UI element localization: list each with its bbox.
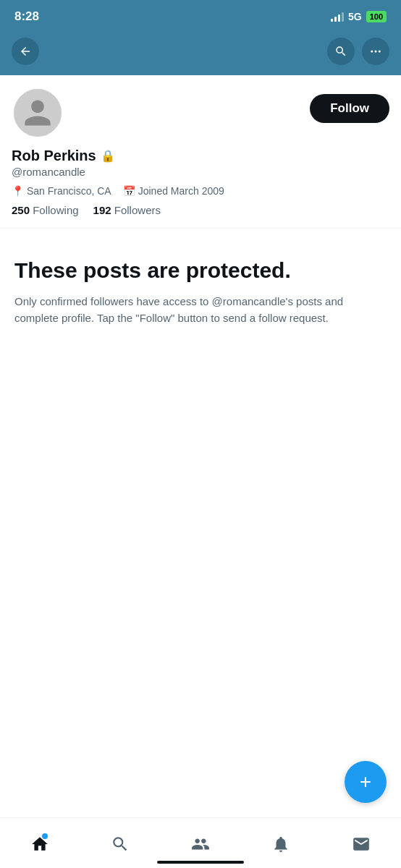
following-count: 250 [12,204,30,216]
status-bar: 8:28 5G 100 [0,0,401,32]
svg-point-1 [375,51,377,53]
nav-notifications[interactable] [263,830,299,858]
lock-icon: 🔒 [101,149,115,163]
avatar-icon [22,97,54,129]
profile-section: Follow Rob Perkins 🔒 @romancandle 📍 San … [0,75,401,229]
network-label: 5G [348,11,362,22]
status-time: 8:28 [14,9,39,24]
protected-title: These posts are protected. [14,258,387,284]
following-label: Following [33,204,78,216]
nav-search[interactable] [102,830,138,858]
compose-fab[interactable]: + [345,761,387,803]
location-icon: 📍 [12,185,24,197]
header-actions [327,38,389,65]
svg-point-0 [371,51,373,53]
followers-stat[interactable]: 192 Followers [93,204,161,216]
search-nav-icon [111,835,130,854]
status-icons: 5G 100 [331,11,387,22]
battery-icon: 100 [366,11,387,22]
joined-meta: 📅 Joined March 2009 [123,185,224,197]
people-icon [191,835,210,854]
protected-section: These posts are protected. Only confirme… [0,229,401,344]
protected-description: Only confirmed followers have access to … [14,294,387,326]
location-meta: 📍 San Francisco, CA [12,185,111,197]
calendar-icon: 📅 [123,185,135,197]
avatar [12,87,64,139]
profile-meta: 📍 San Francisco, CA 📅 Joined March 2009 [12,185,389,197]
nav-home[interactable] [22,830,58,858]
followers-label: Followers [114,204,161,216]
location-text: San Francisco, CA [27,185,111,197]
follow-button[interactable]: Follow [310,94,389,123]
search-button[interactable] [327,38,355,65]
profile-handle: @romancandle [12,166,389,178]
svg-point-2 [379,51,381,53]
joined-text: Joined March 2009 [138,185,224,197]
following-stat[interactable]: 250 Following [12,204,79,216]
mail-icon [352,835,371,854]
back-button[interactable] [12,38,39,65]
bell-icon [271,835,290,854]
profile-stats: 250 Following 192 Followers [12,204,389,216]
profile-top: Follow [12,87,389,139]
home-indicator [157,861,244,864]
header [0,32,401,75]
home-notification-dot [42,833,48,839]
followers-count: 192 [93,204,111,216]
signal-icon [331,12,344,22]
more-button[interactable] [362,38,389,65]
nav-messages[interactable] [343,830,379,858]
profile-display-name: Rob Perkins 🔒 [12,148,389,164]
nav-people[interactable] [182,830,219,858]
